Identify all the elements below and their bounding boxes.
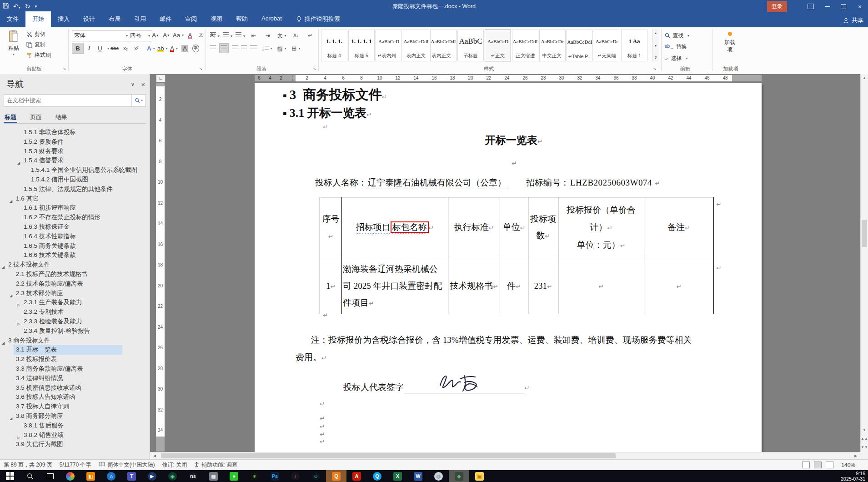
previous-page-icon[interactable]: ▲▲ (861, 435, 868, 442)
character-shading-button[interactable]: A (180, 43, 191, 53)
tab-Acrobat[interactable]: Acrobat (255, 11, 289, 27)
nav-item[interactable]: 1.5.3 财务要求 (0, 147, 148, 156)
tab-视图[interactable]: 视图 (204, 11, 229, 27)
find-button[interactable]: 查找▾ (665, 30, 689, 40)
nav-item[interactable]: ◢2.3 技术部分响应 (0, 289, 148, 298)
media-player-icon[interactable]: ▶ (142, 470, 162, 482)
track-changes-indicator[interactable]: 修订: 关闭 (162, 461, 187, 469)
clear-formatting-button[interactable]: A (185, 30, 196, 40)
style-正文[interactable]: AaBbCcD↵正文 (485, 30, 511, 61)
file-explorer-icon[interactable]: ▣ (469, 470, 490, 482)
task-view-button[interactable] (40, 470, 60, 482)
vertical-scroll-thumb[interactable] (862, 220, 867, 247)
scroll-left-icon[interactable]: ◀ (151, 452, 158, 460)
nav-item[interactable]: 1.5.2 资质条件 (0, 137, 148, 147)
subscript-button[interactable]: x₂ (120, 43, 131, 53)
format-painter-button[interactable]: 格式刷 (26, 51, 51, 59)
nav-search-go[interactable]: ▾ (131, 95, 146, 106)
spellcheck-icon[interactable] (99, 462, 105, 468)
tab-开始[interactable]: 开始 (25, 11, 51, 27)
superscript-button[interactable]: x² (131, 43, 142, 53)
horizontal-scrollbar[interactable]: ◀ ▶ (150, 452, 860, 459)
select-button[interactable]: ▻ 选择▾ (665, 53, 687, 63)
borders-button[interactable]: ⊞▾ (291, 43, 301, 53)
copy-button[interactable]: 复制 (26, 41, 45, 49)
font-size-select[interactable]: 四号▾ (128, 30, 152, 41)
change-case-button[interactable]: Aa▾ (172, 30, 185, 40)
paragraph-dialog-launcher-icon[interactable]: ↘ (313, 66, 316, 71)
qq-icon[interactable]: Q (367, 470, 387, 482)
tab-引用[interactable]: 引用 (127, 11, 153, 27)
qianniu-icon[interactable]: Q (326, 470, 346, 482)
clipboard-dialog-launcher-icon[interactable]: ↘ (63, 66, 66, 71)
nav-tab-结果[interactable]: 结果 (55, 111, 68, 123)
ribbon-display-options-icon[interactable]: ˆ (803, 0, 819, 13)
align-right-button[interactable] (232, 45, 238, 51)
nav-close-icon[interactable]: × (141, 80, 145, 88)
remote-app-icon[interactable]: ◆ (449, 470, 469, 482)
phonetic-guide-button[interactable]: 文 (196, 30, 206, 40)
maximize-button[interactable] (835, 0, 852, 13)
enclose-characters-button[interactable]: 字 (191, 43, 201, 53)
paste-button[interactable]: 粘贴 ▾ (3, 30, 25, 63)
font-name-select[interactable]: 宋体▾ (72, 30, 130, 41)
taskbar-search-button[interactable] (20, 470, 40, 482)
tab-设计[interactable]: 设计 (76, 11, 102, 27)
nav-item[interactable]: 3.3 商务条款响应/偏离表 (0, 364, 148, 374)
tab-插入[interactable]: 插入 (51, 11, 76, 27)
grow-font-button[interactable]: A▲ (150, 30, 161, 40)
teams-icon[interactable]: T (121, 470, 142, 482)
nav-tab-页面[interactable]: 页面 (29, 111, 43, 123)
signin-button[interactable]: 登录 (767, 1, 787, 12)
meeting-app-icon[interactable]: ∴ (101, 470, 121, 482)
video-app-icon[interactable]: ☺ (306, 470, 326, 482)
photos-app-icon[interactable] (60, 470, 80, 482)
italic-button[interactable]: I (84, 43, 95, 53)
read-mode-icon[interactable] (802, 462, 810, 468)
highlight-color-button[interactable]: ab▾ (156, 43, 168, 53)
nav-collapse-icon[interactable]: ∨ (130, 81, 135, 87)
nav-item[interactable]: ▷2.3.1 生产装备及能力 (0, 298, 148, 307)
ns-app-icon[interactable]: ns (183, 470, 203, 482)
nav-item[interactable]: 1.5.5 法律、法规规定的其他条件 (0, 185, 148, 194)
strikethrough-button[interactable]: abc (109, 43, 120, 53)
web-layout-icon[interactable] (826, 462, 833, 468)
notes-app-icon[interactable]: ∗ (244, 470, 265, 482)
nav-item[interactable]: 3.9 失信行为截图 (0, 440, 148, 449)
replace-button[interactable]: ab↔ 替换 (665, 42, 687, 52)
nav-tab-标题[interactable]: 标题 (4, 111, 17, 123)
undo-icon[interactable]: ↶▾ (13, 3, 20, 10)
style-标题1[interactable]: 1 Aa标题 1 (621, 30, 647, 61)
font-dialog-launcher-icon[interactable]: ↘ (199, 66, 203, 71)
nav-item[interactable]: 1.5.1 非联合体投标 (0, 128, 148, 137)
redo-icon[interactable]: ↻ (25, 3, 30, 10)
asian-layout-button[interactable]: 文▾ (276, 30, 287, 40)
close-button[interactable]: × (852, 0, 868, 13)
nav-search-input[interactable]: 在文档中搜索 ▾ (4, 94, 146, 107)
customize-qat-icon[interactable]: ▾ (35, 4, 37, 9)
tab-布局[interactable]: 布局 (102, 11, 127, 27)
nav-item[interactable]: 3.8.1 售后服务 (0, 421, 148, 431)
align-left-button[interactable] (210, 45, 216, 51)
distribute-button[interactable] (250, 45, 257, 51)
document-page[interactable]: ▪3 商务投标文件↵ ▪3.1 开标一览表↵ ↵ 开标一览表↵ ↵ 投标人名称：… (255, 83, 762, 452)
next-page-icon[interactable]: ▼▼ (861, 443, 868, 451)
tab-文件[interactable]: 文件 (0, 11, 25, 27)
decrease-indent-button[interactable]: ⇤ (248, 30, 259, 40)
styles-dialog-launcher-icon[interactable]: ↘ (653, 66, 657, 71)
style-标题4[interactable]: 1. 1. 1.标题 4 (321, 30, 347, 61)
nav-item[interactable]: 3.6 投标人告知承诺函 (0, 392, 148, 402)
vertical-scrollbar[interactable]: ▲ ▼ ▲▲ ▼▼ (860, 74, 868, 452)
nav-item[interactable]: 1.5.4.1 全国企业信用信息公示系统截图 (0, 166, 148, 175)
font-color-button[interactable]: A▾ (169, 43, 180, 53)
nav-item[interactable]: 3.1 开标一览表 (0, 345, 148, 355)
line-spacing-button[interactable]: ↕▾ (261, 43, 273, 53)
nav-item[interactable]: ▷2.3.3 检验装备及能力 (0, 317, 148, 326)
acrobat-icon[interactable]: A (346, 470, 367, 482)
bullets-button[interactable]: ▾ (210, 32, 220, 39)
taskbar-clock[interactable]: 9:16 2025-07-31 (841, 471, 865, 482)
nav-item[interactable]: 3.5 机密信息接收承诺函 (0, 383, 148, 393)
nav-item[interactable]: 2.2 技术条款响应/偏离表 (0, 279, 148, 289)
nav-item[interactable]: ▷3.8.2 销售业绩 (0, 431, 148, 440)
tab-邮件[interactable]: 邮件 (153, 11, 178, 27)
